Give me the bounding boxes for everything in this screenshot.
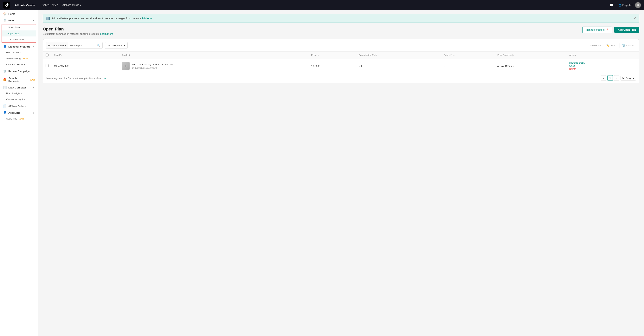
page-size-chevron-icon: ▾ [633, 77, 634, 80]
sidebar-section-plan[interactable]: 📋 Plan ▲ [0, 18, 38, 23]
sidebar-item-sample-requests[interactable]: 🎁 Sample Requests NEW! [0, 75, 38, 84]
sidebar-item-shop-plan[interactable]: Shop Plan [2, 24, 36, 30]
header-nav: Seller Center Affiliate Guide ▾ [42, 4, 607, 6]
prev-page-button[interactable]: ‹ [601, 75, 606, 81]
discover-chevron-icon: ▲ [32, 46, 35, 48]
header-divider [38, 3, 39, 7]
compass-chevron-icon: ▲ [32, 86, 35, 89]
add-open-plan-button[interactable]: Add Open Plan [614, 27, 639, 33]
header-action-divider [616, 3, 616, 7]
accounts-icon: 👤 [3, 111, 7, 114]
globe-icon: 🌐 [618, 4, 622, 6]
sidebar-item-home[interactable]: 🏠 Home [0, 10, 38, 18]
product-image [122, 62, 130, 70]
search-button[interactable]: 🔍 [95, 44, 102, 47]
row-commission-rate: 5% [356, 59, 441, 73]
footer-link[interactable]: here. [102, 77, 107, 80]
sidebar-section-data-compass[interactable]: 📊 Data Compass ▲ [0, 84, 38, 90]
selected-count: 0 selected [590, 44, 602, 47]
row-checkbox-cell [43, 59, 51, 73]
category-chevron-icon: ▾ [124, 44, 125, 47]
page-size-selector[interactable]: 50 /page ▾ [620, 76, 636, 80]
page-actions: Manage creators ❓ Add Open Plan [582, 26, 639, 33]
sales-sort-icon: ⇅ [453, 54, 455, 56]
user-avatar[interactable]: U [635, 2, 641, 8]
nav-affiliate-guide[interactable]: Affiliate Guide ▾ [62, 4, 81, 6]
search-box: Product name ▾ 🔍 [46, 42, 102, 49]
page-title-area: Open Plan Set custom commission rates fo… [43, 26, 113, 35]
sidebar-item-open-plan[interactable]: Open Plan [2, 30, 36, 36]
sidebar-item-invitation-history[interactable]: Invitation History [0, 62, 38, 68]
sidebar: 🏠 Home 📋 Plan ▲ Shop Plan Open Plan Targ… [0, 10, 38, 336]
trash-icon: 🗑️ [622, 44, 625, 47]
campaign-icon: 🛡️ [3, 70, 7, 73]
app-header: Affiliate Center Seller Center Affiliate… [0, 0, 644, 10]
search-input[interactable] [68, 44, 95, 47]
sidebar-item-plan-analytics[interactable]: Plan Analytics [0, 90, 38, 96]
th-plan-id: Plan ID [51, 52, 119, 59]
new-badge-store-info: NEW! [18, 118, 24, 120]
sales-info-icon: ⓘ [450, 54, 452, 57]
th-price[interactable]: Price ⇅ [308, 52, 356, 59]
new-badge-rankings: NEW! [23, 58, 28, 60]
edit-button[interactable]: ✏️ Edit [604, 43, 617, 48]
th-product: Product [119, 52, 308, 59]
table-footer: To manage creators' promotion applicatio… [43, 73, 639, 83]
logo[interactable] [3, 2, 10, 8]
main-content: ℹ️ Add a WhatsApp account and email addr… [38, 10, 644, 336]
select-all-checkbox[interactable] [46, 54, 48, 56]
sidebar-section-accounts[interactable]: 👤 Accounts ▲ [0, 110, 38, 116]
gift-icon: 🎁 [3, 78, 7, 82]
commission-sort-icon: ⇅ [378, 54, 379, 56]
discover-icon: 👤 [3, 45, 7, 48]
current-page-button[interactable]: 1 [607, 75, 613, 81]
lang-chevron-icon: ▾ [632, 4, 633, 6]
status-dot [497, 66, 499, 67]
accounts-chevron-icon: ▲ [32, 112, 35, 114]
alert-add-now-link[interactable]: Add now [142, 17, 152, 20]
th-free-sample: Free Sample ⓘ [495, 52, 566, 59]
sidebar-item-view-rankings[interactable]: View rankings NEW! [0, 56, 38, 62]
sidebar-item-creator-analytics[interactable]: Creator Analytics [0, 96, 38, 102]
th-sales[interactable]: Sales ⓘ ⇅ [441, 52, 495, 59]
manage-creators-button[interactable]: Manage creators ❓ [582, 26, 612, 33]
learn-more-link[interactable]: Learn more [100, 32, 113, 35]
page-subtitle: Set custom commission rates for specific… [43, 32, 113, 35]
sidebar-item-partner-campaign[interactable]: 🛡️ Partner Campaign [0, 68, 38, 75]
th-action: Action [566, 52, 639, 59]
check-action[interactable]: Check [569, 64, 636, 67]
price-sort-icon: ⇅ [317, 54, 319, 56]
next-page-button[interactable]: › [614, 75, 619, 81]
delete-action[interactable]: Delete [569, 68, 636, 70]
compass-icon: 📊 [3, 86, 7, 89]
th-checkbox [43, 52, 51, 59]
new-badge-samples: NEW! [30, 79, 35, 81]
row-checkbox[interactable] [46, 64, 48, 67]
nav-seller-center[interactable]: Seller Center [42, 4, 58, 6]
delete-button[interactable]: 🗑️ Delete [620, 43, 636, 48]
product-info: astro data factory product created by...… [132, 63, 174, 69]
brand-name: Affiliate Center [15, 4, 36, 7]
th-commission-rate[interactable]: Commission Rate ⇅ [356, 52, 441, 59]
category-dropdown[interactable]: All categories ▾ [105, 42, 128, 49]
sidebar-item-affiliate-orders[interactable]: 📄 Affiliate Orders [0, 102, 38, 110]
chat-icon[interactable]: 💬 [610, 3, 614, 7]
row-plan-id: 19642159685 [51, 59, 119, 73]
filter-dropdown[interactable]: Product name ▾ [46, 42, 68, 48]
pagination: ‹ 1 › 50 /page ▾ [601, 75, 636, 81]
row-product: astro data factory product created by...… [119, 59, 308, 73]
sidebar-item-store-info[interactable]: Store Info NEW! [0, 116, 38, 122]
manage-creators-action[interactable]: Manage creat... [569, 62, 636, 64]
footer-text: To manage creators' promotion applicatio… [46, 77, 107, 80]
free-sample-info-icon: ⓘ [512, 54, 514, 57]
edit-icon: ✏️ [606, 44, 610, 47]
sidebar-section-discover[interactable]: 👤 Discover creators ▲ [0, 44, 38, 50]
sidebar-item-targeted-plan[interactable]: Targeted Plan [2, 36, 36, 42]
chevron-down-icon: ▾ [80, 4, 81, 6]
table-toolbar: Product name ▾ 🔍 All categories ▾ 0 sele… [43, 40, 639, 52]
alert-close-button[interactable]: ✕ [634, 16, 636, 20]
plan-chevron-icon: ▲ [32, 19, 35, 22]
info-icon: ℹ️ [46, 16, 50, 20]
language-selector[interactable]: 🌐 English ▾ [618, 4, 633, 6]
sidebar-item-find-creators[interactable]: Find creators [0, 50, 38, 56]
